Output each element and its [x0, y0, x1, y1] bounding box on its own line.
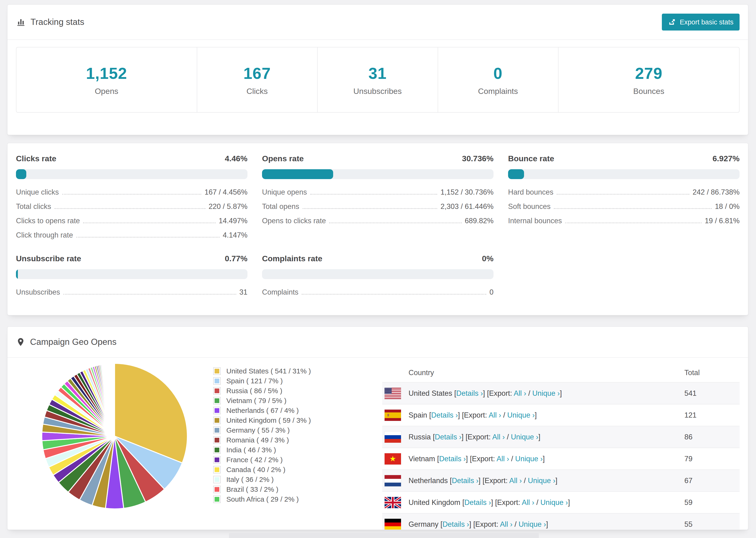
campaign-geo-opens-card: Campaign Geo Opens United States ( 541 /… [7, 326, 748, 530]
export-unique-link[interactable]: Unique › [507, 411, 535, 419]
bracket: ] [ [461, 433, 468, 441]
details-link[interactable]: Details › [439, 455, 466, 463]
details-link[interactable]: Details › [464, 498, 491, 507]
legend-item-vn[interactable]: Vietnam ( 79 / 5% ) [213, 396, 382, 405]
geo-opens-table: Country Total United States [Details ›] … [382, 363, 739, 530]
dotted-leader [302, 294, 486, 295]
rate-progress-fill [16, 269, 18, 279]
legend-item-it[interactable]: Italy ( 36 / 2% ) [213, 475, 382, 484]
rate-progress-bar [16, 169, 247, 179]
legend-item-fr[interactable]: France ( 42 / 2% ) [213, 455, 382, 465]
geo-country-cell: Spain [Details ›] [Export: All › / Uniqu… [408, 411, 684, 419]
geo-opens-pie-chart[interactable] [39, 361, 190, 511]
legend-label: Brazil ( 33 / 2% ) [226, 485, 279, 493]
rate-row-value: 4.147% [223, 231, 247, 240]
dotted-leader [554, 208, 712, 209]
geo-country-cell: Netherlands [Details ›] [Export: All › /… [408, 476, 684, 485]
rate-row-label: Total opens [262, 202, 299, 211]
bracket: ] [546, 520, 548, 528]
legend-label: France ( 42 / 2% ) [226, 456, 283, 464]
details-link[interactable]: Details › [435, 433, 461, 441]
legend-item-za[interactable]: South Africa ( 29 / 2% ) [213, 494, 382, 504]
legend-item-us[interactable]: United States ( 541 / 31% ) [213, 366, 382, 376]
flag-de-icon [385, 519, 401, 530]
rate-value: 4.46% [225, 154, 247, 163]
bracket: [ [433, 433, 435, 441]
rate-row-label: Clicks to opens rate [16, 217, 80, 225]
legend-label: Canada ( 40 / 2% ) [226, 466, 286, 474]
details-link[interactable]: Details › [443, 520, 469, 528]
export-label: Export: [485, 476, 509, 485]
legend-label: United States ( 541 / 31% ) [226, 367, 311, 375]
bar-chart-icon [16, 17, 26, 27]
geo-country-cell: Russia [Details ›] [Export: All › / Uniq… [408, 433, 684, 441]
separator: / [534, 498, 540, 507]
export-unique-link[interactable]: Unique › [528, 476, 555, 485]
export-unique-link[interactable]: Unique › [540, 498, 568, 507]
export-all-link[interactable]: All › [489, 411, 501, 419]
rate-row-label: Unique opens [262, 188, 307, 196]
legend-swatch [213, 436, 221, 444]
geo-country-cell: Vietnam [Details ›] [Export: All › / Uni… [408, 455, 684, 463]
legend-label: Vietnam ( 79 / 5% ) [226, 397, 287, 405]
next-section-peek [229, 533, 539, 538]
stat-value: 279 [635, 64, 662, 82]
map-pin-icon [16, 337, 26, 347]
bracket: [ [429, 411, 431, 419]
geo-table-row-gb: United Kingdom [Details ›] [Export: All … [382, 491, 739, 513]
rate-row: Unsubscribes31 [16, 288, 247, 296]
stat-strip: 1,152Opens167Clicks31Unsubscribes0Compla… [16, 47, 739, 113]
rate-row-label: Unique clicks [16, 188, 59, 196]
export-unique-link[interactable]: Unique › [532, 389, 560, 398]
dotted-leader [329, 223, 461, 223]
rate-row-value: 220 / 5.87% [209, 202, 247, 211]
bracket: ] [ [478, 476, 485, 485]
export-all-link[interactable]: All › [514, 389, 526, 398]
rate-progress-bar [508, 169, 739, 179]
export-all-link[interactable]: All › [500, 520, 512, 528]
rate-row-value: 31 [240, 288, 247, 296]
export-all-link[interactable]: All › [509, 476, 522, 485]
details-link[interactable]: Details › [456, 389, 483, 398]
legend-item-es[interactable]: Spain ( 121 / 7% ) [213, 376, 382, 386]
rate-row: Internal bounces19 / 6.81% [508, 217, 739, 225]
legend-label: South Africa ( 29 / 2% ) [226, 495, 298, 503]
export-unique-link[interactable]: Unique › [515, 455, 543, 463]
dotted-leader [76, 237, 220, 238]
rate-row: Clicks to opens rate14.497% [16, 217, 247, 225]
legend-item-gb[interactable]: United Kingdom ( 59 / 3% ) [213, 415, 382, 425]
dotted-leader [54, 208, 205, 209]
legend-item-de[interactable]: Germany ( 55 / 3% ) [213, 425, 382, 435]
details-link[interactable]: Details › [431, 411, 458, 419]
geo-table-row-nl: Netherlands [Details ›] [Export: All › /… [382, 469, 739, 491]
legend-swatch [213, 426, 221, 434]
export-all-link[interactable]: All › [497, 455, 509, 463]
rate-row-label: Total clicks [16, 202, 51, 211]
legend-item-ca[interactable]: Canada ( 40 / 2% ) [213, 465, 382, 475]
legend-item-br[interactable]: Brazil ( 33 / 2% ) [213, 484, 382, 494]
bracket: [ [441, 520, 443, 528]
rate-row: Total opens2,303 / 61.446% [262, 202, 494, 211]
geo-total-cell: 79 [684, 455, 739, 463]
export-basic-stats-button[interactable]: Export basic stats [662, 14, 739, 30]
rate-row: Complaints0 [262, 288, 494, 296]
export-unique-link[interactable]: Unique › [511, 433, 538, 441]
details-link[interactable]: Details › [452, 476, 478, 485]
legend-swatch [213, 486, 221, 493]
export-all-link[interactable]: All › [522, 498, 534, 507]
rate-title: Complaints rate [262, 254, 322, 263]
rate-row-label: Hard bounces [508, 188, 553, 196]
legend-item-in[interactable]: India ( 46 / 3% ) [213, 445, 382, 455]
export-all-link[interactable]: All › [492, 433, 505, 441]
tracking-dashboard-page: Tracking stats Export basic stats 1,152O… [0, 0, 756, 538]
legend-item-nl[interactable]: Netherlands ( 67 / 4% ) [213, 405, 382, 415]
legend-item-ru[interactable]: Russia ( 86 / 5% ) [213, 386, 382, 396]
dotted-leader [83, 223, 215, 223]
legend-item-ro[interactable]: Romania ( 49 / 3% ) [213, 435, 382, 445]
legend-label: Romania ( 49 / 3% ) [226, 436, 289, 444]
stat-label: Unsubscribes [353, 86, 402, 96]
rate-row: Total clicks220 / 5.87% [16, 202, 247, 211]
export-label: Export: [464, 411, 489, 419]
export-unique-link[interactable]: Unique › [519, 520, 546, 528]
separator: / [522, 476, 528, 485]
